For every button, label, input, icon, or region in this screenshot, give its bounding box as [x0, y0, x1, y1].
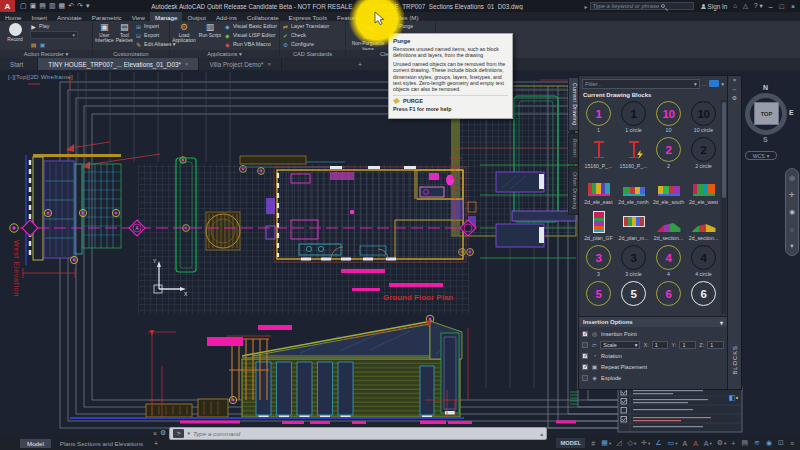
annotation-scale-icon[interactable]: A▾ [702, 439, 714, 448]
block-item[interactable]: 4 4 circle [686, 244, 721, 277]
close-button[interactable]: × [791, 3, 795, 10]
tab-close-icon[interactable]: × [185, 61, 189, 67]
annotation-visibility-icon[interactable]: A [681, 439, 691, 448]
block-item[interactable]: 4 4 [651, 244, 686, 277]
insert-pause-icon[interactable]: ▣ [39, 41, 46, 48]
palette-launcher-icon[interactable]: ◧• [729, 394, 738, 402]
command-line-input[interactable]: > ▾ Type a command ▴ [169, 427, 547, 440]
annotation-autoscale-icon[interactable]: A [691, 439, 701, 448]
customization-icon[interactable]: ≡ [788, 439, 797, 448]
layout-tab[interactable]: Model [20, 439, 51, 448]
autocad-logo[interactable]: A [0, 0, 15, 12]
search-expand-icon[interactable]: ▸ [585, 3, 588, 10]
viewcube-top-face[interactable]: TOP [754, 102, 779, 125]
restore-button[interactable]: □ [780, 3, 784, 10]
repeat-placement-checkbox[interactable] [582, 364, 588, 370]
wcs-dropdown[interactable]: WCS▾ [745, 151, 777, 160]
block-item[interactable]: 2d_ele_north [616, 172, 651, 205]
ribbon-tab[interactable]: Home [0, 12, 27, 21]
repeat-placement-option[interactable]: ▣ Repeat Placement [582, 362, 724, 371]
scale-z-input[interactable]: 1 [707, 341, 724, 349]
block-item[interactable]: 2d_ele_east [581, 172, 616, 205]
block-item[interactable]: 6 [686, 280, 721, 307]
viewcube[interactable]: TOP N E S [740, 84, 796, 148]
palette-properties-icon[interactable]: ⚙ [732, 94, 737, 103]
ortho-mode-icon[interactable]: ∠ [653, 438, 664, 448]
rotation-option[interactable]: ◔ Rotation [582, 351, 724, 360]
undo-icon[interactable]: ↶ [68, 2, 74, 10]
run-vba-macro-button[interactable]: ◆Run VBA Macro [224, 40, 277, 48]
orbit-icon[interactable]: ○ [790, 226, 794, 233]
block-item[interactable]: 15160_P_... [616, 136, 651, 169]
load-application-button[interactable]: ⚙ Load Application [172, 22, 196, 49]
autodesk-account-icon[interactable]: △ [743, 2, 748, 10]
insertion-point-checkbox[interactable] [582, 331, 588, 337]
snap-mode-icon[interactable]: ▦▾ [599, 438, 613, 448]
display-options-icon[interactable]: ▾ [721, 81, 724, 87]
command-close-icon[interactable]: × [153, 430, 157, 437]
user-interface-button[interactable]: ▣ User Interface [95, 22, 114, 49]
visual-basic-editor-button[interactable]: ◆Visual Basic Editor [224, 22, 277, 30]
rotation-checkbox[interactable] [582, 353, 588, 359]
block-item[interactable]: 2 2 circle [686, 136, 721, 169]
plot-icon[interactable]: ▦ [59, 2, 66, 10]
dynamic-input-icon[interactable]: ◿ [614, 438, 624, 448]
layout-tab[interactable]: Plans Sections and Elevations [53, 439, 150, 448]
scale-x-input[interactable]: 1 [652, 341, 669, 349]
scale-y-input[interactable]: 1 [679, 341, 696, 349]
ribbon-tab[interactable]: Add-ins [211, 12, 242, 21]
recent-commands-icon[interactable]: ▾ [187, 430, 190, 436]
block-item[interactable]: 10 10 [651, 100, 686, 133]
ribbon-tab[interactable]: Insert [27, 12, 52, 21]
scale-checkbox[interactable] [582, 342, 588, 348]
ribbon-tab[interactable]: Parametric [87, 12, 127, 21]
block-item[interactable]: 15160_P_... [581, 136, 616, 169]
search-input[interactable]: Type a keyword or phrase [590, 2, 694, 10]
block-item[interactable]: 2d_plan_m... [616, 208, 651, 241]
file-tab[interactable]: Villa Project Demo*× [199, 58, 282, 70]
palette-close-icon[interactable]: × [733, 76, 737, 85]
clean-screen-icon[interactable]: ⊡ [776, 438, 787, 448]
ribbon-tab[interactable]: Output [182, 12, 211, 21]
minimize-button[interactable]: – [769, 3, 773, 10]
more-options-icon[interactable]: … [702, 81, 708, 87]
scale-option[interactable]: ▱ Scale▾ X:1 Y:1 Z:1 [582, 340, 724, 349]
scale-dropdown[interactable]: Scale▾ [600, 341, 640, 349]
save-as-icon[interactable]: ▥ [49, 2, 56, 10]
run-script-button[interactable]: ▥ Run Script [198, 22, 222, 49]
check-button[interactable]: ✔Check [282, 31, 329, 39]
steering-wheel-icon[interactable]: ◎ [789, 174, 795, 182]
configure-button[interactable]: ⚙Configure [282, 40, 329, 48]
command-expand-icon[interactable]: ▴ [540, 430, 543, 437]
block-item[interactable]: 2d_section... [651, 208, 686, 241]
insertion-options-header[interactable]: Insertion Options▾ [579, 316, 727, 327]
applications-panel-label[interactable]: Applications ▾ [170, 50, 279, 58]
file-tab[interactable]: TINY HOUSE_TRP007_... Elevations_01_D03*… [38, 58, 199, 70]
play-button[interactable]: ▶Play [30, 22, 90, 30]
blocks-filter-input[interactable]: Filter...▾ [582, 79, 700, 89]
workspace-switching-icon[interactable]: ⚙▾ [715, 438, 729, 448]
block-item[interactable]: 2d_plan_GF [581, 208, 616, 241]
palette-side-tab[interactable]: Recent [568, 133, 578, 163]
sign-in-button[interactable]: Sign In [708, 3, 728, 10]
block-item[interactable]: 2d_section... [686, 208, 721, 241]
palette-side-tab[interactable]: Current Drawing [568, 77, 578, 131]
block-item[interactable]: 1 1 circle [616, 100, 651, 133]
new-file-icon[interactable]: ▢ [20, 2, 27, 10]
ribbon-tab[interactable]: Annotate [52, 12, 87, 21]
block-item[interactable]: 5 [616, 280, 651, 307]
isometric-drafting-icon[interactable]: ◇▾ [626, 438, 639, 448]
ribbon-tab[interactable]: Express Tools [284, 12, 332, 21]
help-icon[interactable]: ? ▾ [754, 2, 763, 10]
visual-lisp-editor-button[interactable]: ◆Visual LISP Editor [224, 31, 277, 39]
redo-icon[interactable]: ↷ [77, 2, 83, 10]
insert-message-icon[interactable]: ▤ [30, 41, 37, 48]
palette-side-tab[interactable]: Other Drawing [568, 166, 578, 215]
action-recorder-panel-label[interactable]: Action Recorder ▾ [0, 50, 92, 58]
block-item[interactable]: 2 2 [651, 136, 686, 169]
grid-display-icon[interactable]: # [589, 439, 598, 448]
isolate-objects-icon[interactable]: ◉ [764, 438, 775, 448]
palette-autohide-icon[interactable]: ↔ [732, 85, 738, 94]
block-item[interactable]: 3 3 circle [616, 244, 651, 277]
viewcube-south[interactable]: S [763, 136, 768, 143]
